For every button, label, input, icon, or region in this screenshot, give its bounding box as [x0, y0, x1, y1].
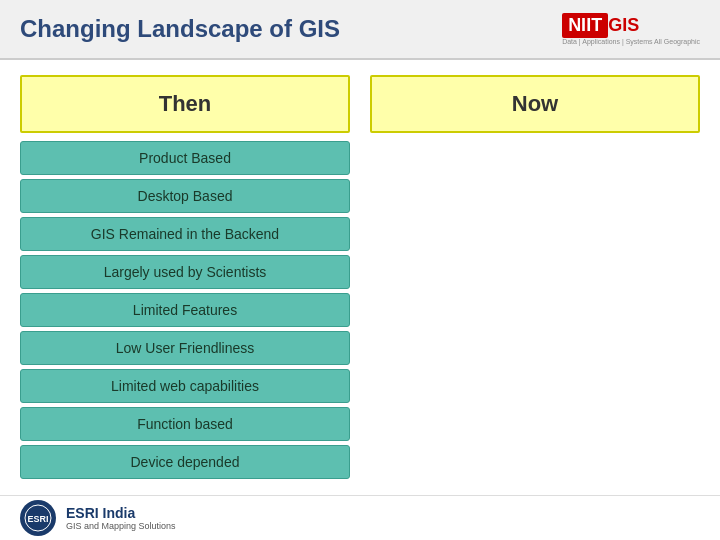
logo-block: NIIT GIS Data | Applications | Systems A… [562, 13, 700, 45]
now-column: Now [370, 75, 700, 480]
footer-text: ESRI India GIS and Mapping Solutions [66, 505, 176, 531]
logo-top-row: NIIT GIS [562, 13, 639, 38]
logo-tagline: Data | Applications | Systems All Geogra… [562, 38, 700, 45]
footer: ESRI ESRI India GIS and Mapping Solution… [0, 495, 720, 540]
niit-logo: NIIT [562, 13, 608, 38]
then-column: Then Product Based Desktop Based GIS Rem… [20, 75, 350, 480]
list-item: Largely used by Scientists [20, 255, 350, 289]
esri-logo-icon: ESRI [24, 504, 52, 532]
footer-sub: GIS and Mapping Solutions [66, 521, 176, 531]
page-title: Changing Landscape of GIS [20, 15, 340, 43]
list-item: Limited web capabilities [20, 369, 350, 403]
esri-logo-circle: ESRI [20, 500, 56, 536]
header: Changing Landscape of GIS NIIT GIS Data … [0, 0, 720, 60]
list-item: Function based [20, 407, 350, 441]
then-header: Then [20, 75, 350, 133]
svg-text:ESRI: ESRI [27, 514, 48, 524]
list-item: Limited Features [20, 293, 350, 327]
main-content: Then Product Based Desktop Based GIS Rem… [0, 60, 720, 495]
list-item: Product Based [20, 141, 350, 175]
list-item: Desktop Based [20, 179, 350, 213]
list-item: GIS Remained in the Backend [20, 217, 350, 251]
list-item: Device depended [20, 445, 350, 479]
footer-company: ESRI India [66, 505, 176, 521]
now-header: Now [370, 75, 700, 133]
page: Changing Landscape of GIS NIIT GIS Data … [0, 0, 720, 540]
list-item: Low User Friendliness [20, 331, 350, 365]
gis-logo: GIS [608, 15, 639, 36]
